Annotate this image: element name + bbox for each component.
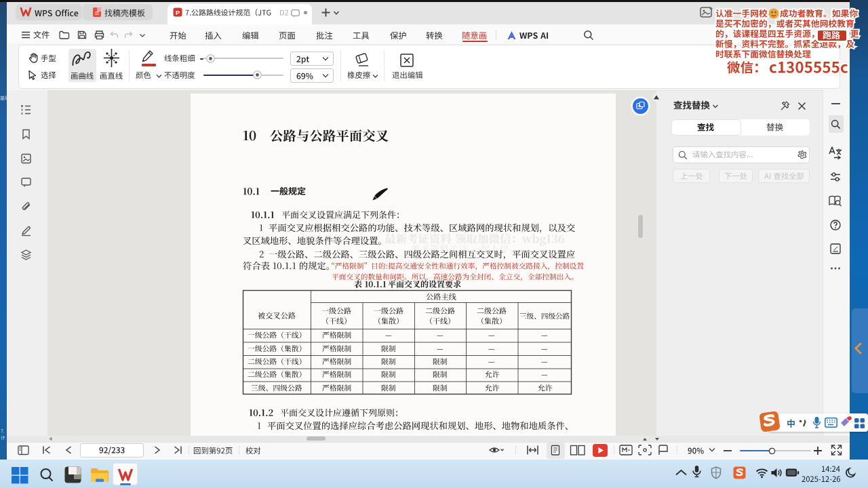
svg-text:P: P — [176, 9, 180, 16]
